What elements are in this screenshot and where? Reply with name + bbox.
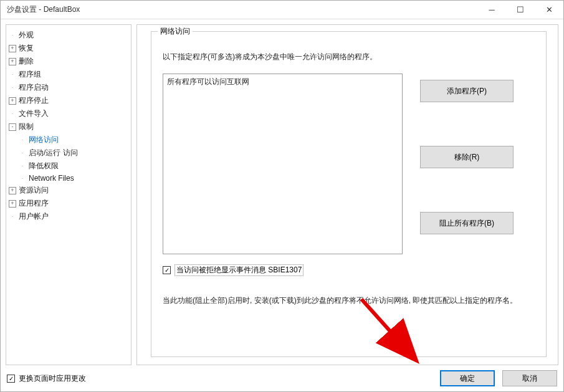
window-controls: ─ ☐ ✕ (477, 1, 563, 19)
program-listbox[interactable]: 所有程序可以访问互联网 (163, 74, 403, 254)
tree-leaf-icon: · (19, 137, 26, 143)
tree-item-13[interactable]: +应用程序 (9, 197, 128, 210)
tree-item-2[interactable]: +删除 (9, 55, 128, 68)
window: 沙盘设置 - DefaultBox ─ ☐ ✕ ·外观+恢复+删除·程序组·程序… (0, 0, 564, 392)
tree-item-label: 程序启动 (19, 82, 49, 93)
tree-item-12[interactable]: +资源访问 (9, 184, 128, 197)
tree-item-11[interactable]: ·Network Files (9, 173, 128, 184)
main-area: ·外观+恢复+删除·程序组·程序启动+程序停止·文件导入-限制·网络访问·启动/… (1, 19, 563, 365)
tree-item-14[interactable]: ·用户帐户 (9, 210, 128, 223)
tree-leaf-icon: · (9, 32, 16, 38)
tree-leaf-icon: · (19, 163, 26, 169)
sbie1307-checkbox[interactable]: ✓ (163, 266, 171, 274)
apply-on-change-label[interactable]: 更换页面时应用更改 (19, 373, 433, 384)
listbox-item[interactable]: 所有程序可以访问互联网 (167, 77, 398, 87)
expand-icon[interactable]: + (9, 97, 16, 105)
tree-item-label: 网络访问 (29, 135, 59, 145)
button-column: 添加程序(P) 移除(R) 阻止所有程序(B) (420, 74, 514, 254)
tree-item-label: 启动/运行 访问 (29, 148, 78, 158)
tree-item-label: 降低权限 (29, 161, 59, 171)
collapse-icon[interactable]: - (9, 123, 16, 131)
content-row: 所有程序可以访问互联网 添加程序(P) 移除(R) 阻止所有程序(B) (163, 74, 535, 254)
sidebar-tree[interactable]: ·外观+恢复+删除·程序组·程序启动+程序停止·文件导入-限制·网络访问·启动/… (6, 24, 131, 365)
content-panel: 网络访问 以下指定程序(可多选)将成为本沙盘中唯一允许访问网络的程序。 所有程序… (136, 24, 558, 365)
tree-item-label: 程序组 (19, 69, 41, 80)
tree-item-label: 程序停止 (19, 95, 49, 106)
tree-item-4[interactable]: ·程序启动 (9, 81, 128, 94)
expand-icon[interactable]: + (9, 200, 16, 208)
tree-item-label: 资源访问 (19, 185, 49, 196)
expand-icon[interactable]: + (9, 187, 16, 194)
tree-item-label: 应用程序 (19, 198, 49, 209)
description-text: 以下指定程序(可多选)将成为本沙盘中唯一允许访问网络的程序。 (163, 52, 535, 62)
titlebar: 沙盘设置 - DefaultBox ─ ☐ ✕ (1, 1, 563, 19)
checkbox-row: ✓ 当访问被拒绝显示事件消息 SBIE1307 (163, 264, 535, 276)
footer: ✓ 更换页面时应用更改 确定 取消 (1, 365, 563, 391)
add-program-button[interactable]: 添加程序(P) (420, 80, 514, 102)
maximize-button[interactable]: ☐ (506, 1, 535, 19)
sbie1307-label[interactable]: 当访问被拒绝显示事件消息 SBIE1307 (174, 264, 304, 276)
tree-item-1[interactable]: +恢复 (9, 42, 128, 55)
tree-leaf-icon: · (9, 214, 16, 219)
block-all-button[interactable]: 阻止所有程序(B) (420, 212, 514, 234)
tree-leaf-icon: · (9, 85, 16, 90)
minimize-button[interactable]: ─ (477, 1, 506, 19)
tree-item-10[interactable]: ·降低权限 (9, 160, 128, 173)
tree-item-9[interactable]: ·启动/运行 访问 (9, 146, 128, 160)
expand-icon[interactable]: + (9, 45, 16, 52)
apply-on-change-checkbox[interactable]: ✓ (7, 375, 15, 383)
cancel-button[interactable]: 取消 (502, 370, 557, 386)
network-access-fieldset: 网络访问 以下指定程序(可多选)将成为本沙盘中唯一允许访问网络的程序。 所有程序… (151, 31, 547, 357)
fieldset-legend: 网络访问 (158, 26, 193, 37)
tree-leaf-icon: · (19, 176, 26, 181)
ok-button[interactable]: 确定 (440, 370, 495, 386)
note-text: 当此功能(阻止全部)启用时, 安装(或下载)到此沙盘的程序将不允许访问网络, 即… (163, 295, 535, 307)
tree-leaf-icon: · (9, 111, 16, 117)
window-title: 沙盘设置 - DefaultBox (7, 4, 477, 15)
close-button[interactable]: ✕ (535, 1, 563, 19)
tree-item-0[interactable]: ·外观 (9, 29, 128, 42)
tree-item-6[interactable]: ·文件导入 (9, 107, 128, 120)
tree-item-label: 外观 (19, 30, 34, 41)
tree-item-3[interactable]: ·程序组 (9, 68, 128, 81)
tree-item-label: 用户帐户 (19, 211, 49, 222)
tree-item-label: 限制 (19, 122, 34, 132)
tree-item-label: 恢复 (19, 43, 34, 54)
tree-item-8[interactable]: ·网络访问 (9, 133, 128, 146)
tree-leaf-icon: · (19, 150, 26, 156)
expand-icon[interactable]: + (9, 58, 16, 65)
tree-item-label: 删除 (19, 56, 34, 67)
tree-item-7[interactable]: -限制 (9, 120, 128, 133)
tree-item-label: Network Files (29, 174, 74, 183)
tree-item-label: 文件导入 (19, 108, 49, 119)
tree-item-5[interactable]: +程序停止 (9, 94, 128, 107)
remove-button[interactable]: 移除(R) (420, 146, 514, 168)
tree-leaf-icon: · (9, 72, 16, 77)
